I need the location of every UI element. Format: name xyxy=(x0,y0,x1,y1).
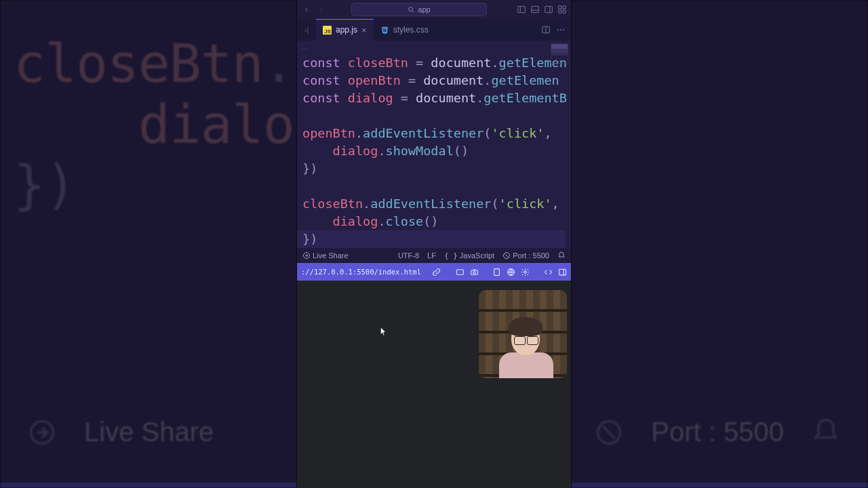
layout-sidebar-left-icon[interactable] xyxy=(517,5,526,14)
code-content: const closeBtn = document.getElemen cons… xyxy=(297,53,571,248)
language-mode[interactable]: { } JavaScript xyxy=(444,251,494,260)
mouse-cursor-icon xyxy=(380,327,387,337)
screenshot-icon[interactable] xyxy=(456,268,465,277)
svg-rect-6 xyxy=(559,6,561,9)
svg-rect-22 xyxy=(559,269,566,275)
settings-icon[interactable] xyxy=(521,268,530,277)
svg-rect-19 xyxy=(494,268,500,275)
svg-rect-17 xyxy=(471,270,477,274)
search-text: app xyxy=(418,5,430,14)
svg-rect-16 xyxy=(456,269,463,274)
minimap[interactable] xyxy=(551,43,568,64)
breadcrumb[interactable]: … xyxy=(297,41,571,53)
svg-point-18 xyxy=(473,271,475,273)
split-editor-icon[interactable] xyxy=(541,25,551,35)
more-actions-icon[interactable] xyxy=(556,25,566,35)
nav-forward-icon[interactable] xyxy=(316,4,327,15)
link-icon[interactable] xyxy=(432,268,441,277)
panel-toggle-icon[interactable] xyxy=(558,268,567,277)
svg-rect-3 xyxy=(518,6,526,12)
svg-point-11 xyxy=(557,29,559,30)
tab-bar: ›| JS app.js × styles.css xyxy=(297,19,571,41)
browser-toolbar: ://127.0.0.1:5500/index.html xyxy=(297,263,571,281)
svg-rect-9 xyxy=(563,10,566,13)
layout-panel-bottom-icon[interactable] xyxy=(530,5,540,14)
editor-window: app ›| JS app.js × styles.css … const cl… xyxy=(297,0,571,488)
svg-rect-4 xyxy=(532,6,539,12)
svg-point-13 xyxy=(563,29,564,30)
svg-rect-8 xyxy=(559,10,561,13)
close-tab-icon[interactable]: × xyxy=(361,25,367,35)
code-editor[interactable]: … const closeBtn = document.getElemen co… xyxy=(297,41,571,248)
globe-icon[interactable] xyxy=(507,268,515,277)
command-center-search[interactable]: app xyxy=(351,3,487,16)
layout-grid-icon[interactable] xyxy=(557,5,567,14)
javascript-file-icon: JS xyxy=(323,26,332,35)
svg-point-21 xyxy=(524,270,526,272)
editor-status-bar: Live Share UTF-8 LF { } JavaScript Port … xyxy=(297,248,571,263)
webcam-overlay xyxy=(479,290,567,378)
encoding-indicator[interactable]: UTF-8 xyxy=(398,251,419,260)
bg-port-label: Port : 5500 xyxy=(651,417,784,447)
devtools-icon[interactable] xyxy=(544,268,553,277)
svg-point-2 xyxy=(409,7,413,12)
tab-overflow-indicator[interactable]: ›| xyxy=(297,19,316,41)
url-display[interactable]: ://127.0.0.1:5500/index.html xyxy=(301,268,421,276)
live-share-button[interactable]: Live Share xyxy=(302,251,349,260)
browser-preview-pane[interactable] xyxy=(297,281,571,488)
layout-sidebar-right-icon[interactable] xyxy=(544,5,553,14)
person-silhouette xyxy=(499,319,553,378)
notifications-icon[interactable] xyxy=(557,251,566,260)
nav-back-icon[interactable] xyxy=(301,4,312,15)
svg-point-12 xyxy=(560,29,561,30)
device-icon[interactable] xyxy=(492,268,501,277)
camera-icon[interactable] xyxy=(470,268,479,277)
tab-filename: app.js xyxy=(336,25,357,35)
tab-filename: styles.css xyxy=(393,25,429,35)
svg-rect-7 xyxy=(563,6,566,9)
tab-styles-css[interactable]: styles.css xyxy=(374,19,435,41)
bg-live-share-label: Live Share xyxy=(84,417,214,447)
svg-rect-5 xyxy=(545,6,553,12)
title-bar: app xyxy=(297,0,571,19)
tab-app-js[interactable]: JS app.js × xyxy=(316,19,374,41)
live-server-port[interactable]: Port : 5500 xyxy=(502,251,549,260)
css-file-icon xyxy=(380,26,389,35)
eol-indicator[interactable]: LF xyxy=(427,251,436,260)
